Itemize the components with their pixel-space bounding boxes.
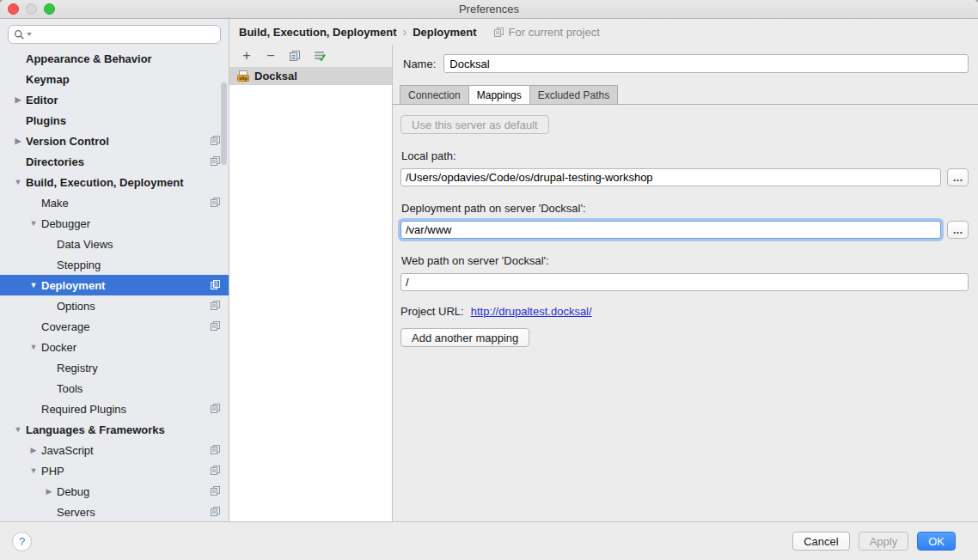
- per-project-badge: [210, 465, 221, 478]
- server-row-docksal[interactable]: sftp Docksal: [229, 67, 392, 85]
- sidebar-item-tools[interactable]: Tools: [0, 378, 229, 399]
- project-url-link[interactable]: http://drupaltest.docksal/: [471, 305, 592, 318]
- breadcrumb-page: Deployment: [413, 26, 476, 39]
- local-path-browse-button[interactable]: …: [947, 168, 969, 186]
- sidebar-item-label: Directories: [26, 155, 84, 168]
- window-title: Preferences: [0, 0, 978, 18]
- server-list-pane: + −: [229, 45, 393, 521]
- per-project-icon: [210, 135, 221, 146]
- local-path-input[interactable]: [400, 168, 941, 186]
- sidebar-item-label: Registry: [57, 362, 98, 374]
- per-project-badge: [210, 300, 221, 313]
- apply-button: Apply: [859, 532, 909, 551]
- sidebar-item-label: Version Control: [26, 135, 109, 148]
- copy-icon: [289, 50, 301, 62]
- sidebar-item-label: Tools: [57, 382, 83, 395]
- per-project-badge: [210, 444, 221, 458]
- ok-button[interactable]: OK: [917, 532, 956, 551]
- sidebar-item-debugger[interactable]: ▼Debugger: [0, 213, 229, 234]
- search-input[interactable]: [8, 25, 221, 44]
- sidebar-item-required-plugins[interactable]: Required Plugins: [0, 399, 229, 419]
- for-current-project-label: For current project: [493, 26, 600, 39]
- chevron-down-icon[interactable]: ▼: [26, 219, 41, 228]
- sidebar-item-label: Options: [57, 300, 95, 313]
- sidebar-item-make[interactable]: Make: [0, 192, 229, 213]
- chevron-down-icon[interactable]: ▼: [26, 466, 41, 475]
- traffic-lights: [8, 3, 55, 15]
- sidebar-item-label: Deployment: [41, 279, 105, 292]
- tab-excluded-paths[interactable]: Excluded Paths: [530, 85, 618, 105]
- sidebar-item-label: Data Views: [57, 238, 113, 251]
- search-history-caret-icon[interactable]: [27, 33, 32, 36]
- add-another-mapping-button[interactable]: Add another mapping: [400, 328, 529, 347]
- title-bar: Preferences: [0, 0, 978, 19]
- chevron-down-icon[interactable]: ▼: [10, 425, 26, 434]
- sidebar-item-javascript[interactable]: ▶JavaScript: [0, 440, 229, 460]
- sidebar-item-directories[interactable]: Directories: [0, 151, 229, 172]
- per-project-badge: [210, 155, 221, 169]
- chevron-right-icon[interactable]: ▶: [10, 137, 26, 145]
- sidebar-item-plugins[interactable]: Plugins: [0, 110, 229, 131]
- sidebar-item-data-views[interactable]: Data Views: [0, 234, 229, 254]
- sidebar-item-registry[interactable]: Registry: [0, 357, 229, 378]
- per-project-icon: [210, 444, 221, 455]
- per-project-icon: [210, 320, 221, 332]
- add-server-button[interactable]: +: [240, 49, 254, 63]
- sidebar-item-options[interactable]: Options: [0, 295, 229, 316]
- settings-tree: Appearance & BehaviorKeymap▶EditorPlugin…: [0, 48, 229, 521]
- sidebar-item-label: Stepping: [57, 259, 101, 271]
- per-project-icon: [210, 485, 221, 496]
- help-button[interactable]: ?: [12, 532, 32, 551]
- deployment-form: Name: Connection Mappings Excluded Paths…: [393, 45, 978, 521]
- sidebar-item-docker[interactable]: ▼Docker: [0, 337, 229, 357]
- per-project-badge: [210, 135, 221, 149]
- tab-mappings[interactable]: Mappings: [469, 85, 530, 105]
- breadcrumb-section[interactable]: Build, Execution, Deployment: [239, 26, 396, 39]
- sidebar-item-version-control[interactable]: ▶Version Control: [0, 131, 229, 151]
- deployment-path-label: Deployment path on server 'Docksal':: [401, 202, 969, 215]
- per-project-icon: [210, 279, 221, 290]
- sidebar-scrollbar[interactable]: [221, 82, 227, 165]
- sidebar-item-label: Build, Execution, Deployment: [26, 176, 183, 189]
- sidebar-item-label: Coverage: [41, 320, 89, 333]
- chevron-down-icon[interactable]: ▼: [26, 343, 41, 351]
- duplicate-server-button[interactable]: [288, 49, 302, 63]
- chevron-right-icon[interactable]: ▶: [41, 487, 57, 496]
- deployment-path-browse-button[interactable]: …: [947, 221, 969, 239]
- cancel-button[interactable]: Cancel: [792, 532, 849, 551]
- sidebar-item-editor[interactable]: ▶Editor: [0, 89, 229, 110]
- close-button[interactable]: [8, 3, 19, 15]
- breadcrumb: Build, Execution, Deployment › Deploymen…: [229, 19, 978, 45]
- sidebar-item-languages-frameworks[interactable]: ▼Languages & Frameworks: [0, 419, 229, 440]
- sidebar-item-keymap[interactable]: Keymap: [0, 69, 229, 89]
- chevron-down-icon[interactable]: ▼: [10, 178, 26, 186]
- name-input[interactable]: [443, 54, 969, 73]
- server-list-toolbar: + −: [229, 45, 392, 67]
- chevron-right-icon[interactable]: ▶: [26, 446, 41, 454]
- per-project-badge: [210, 279, 221, 293]
- sidebar-item-servers[interactable]: Servers: [0, 502, 229, 521]
- search-icon: [14, 29, 25, 40]
- sidebar-item-deployment[interactable]: ▼Deployment: [0, 275, 229, 295]
- zoom-button[interactable]: [44, 3, 55, 15]
- use-server-default-button: Use this server as default: [400, 115, 549, 134]
- tab-connection[interactable]: Connection: [400, 85, 469, 105]
- sidebar-item-stepping[interactable]: Stepping: [0, 254, 229, 275]
- deployment-path-input[interactable]: [400, 221, 941, 239]
- minimize-button: [26, 3, 37, 15]
- sidebar-item-build-execution-deployment[interactable]: ▼Build, Execution, Deployment: [0, 172, 229, 192]
- use-server-as-default-button[interactable]: [312, 49, 326, 63]
- sidebar-item-debug[interactable]: ▶Debug: [0, 481, 229, 502]
- sidebar-item-label: Make: [41, 197, 69, 210]
- chevron-right-icon[interactable]: ▶: [10, 95, 26, 104]
- sidebar-item-coverage[interactable]: Coverage: [0, 316, 229, 337]
- web-path-input[interactable]: [400, 273, 969, 291]
- per-project-badge: [210, 320, 221, 334]
- sidebar-item-appearance-behavior[interactable]: Appearance & Behavior: [0, 48, 229, 69]
- chevron-down-icon[interactable]: ▼: [26, 281, 41, 289]
- for-current-project-icon: [493, 27, 504, 38]
- remove-server-button[interactable]: −: [264, 49, 278, 63]
- per-project-icon: [210, 465, 221, 476]
- sidebar-item-php[interactable]: ▼PHP: [0, 460, 229, 481]
- per-project-badge: [210, 485, 221, 499]
